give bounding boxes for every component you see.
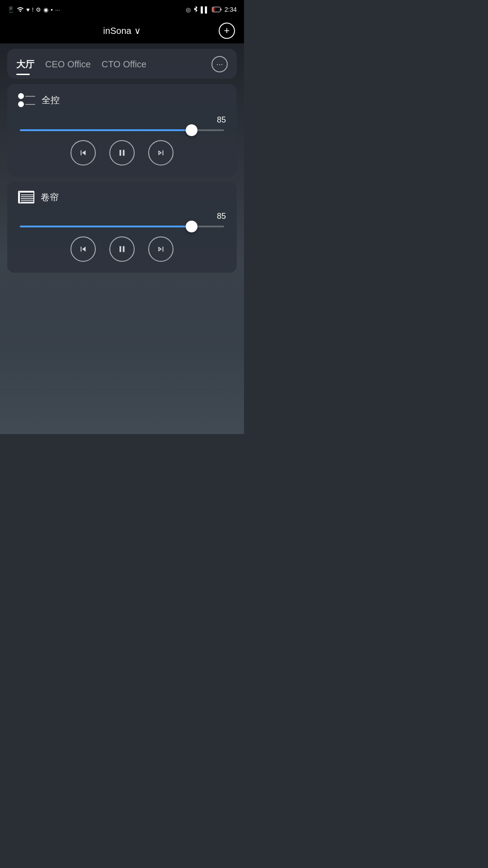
toggle-row-top: [18, 93, 35, 99]
app-icon-1: ⚙: [36, 6, 41, 13]
prev-icon: [78, 148, 88, 158]
juanlian-title: 卷帘: [41, 191, 59, 203]
quankong-slider-container: 85: [18, 115, 226, 131]
juanlian-header: 卷帘: [18, 191, 226, 203]
quankong-slider-value: 85: [18, 115, 226, 125]
quankong-pause-button[interactable]: [109, 140, 135, 165]
time-display: 2:34: [225, 6, 237, 13]
quankong-next-button[interactable]: [148, 140, 174, 165]
add-button[interactable]: +: [219, 23, 235, 39]
juanlian-slider-value: 85: [18, 212, 226, 221]
blind-icon: [18, 191, 34, 203]
pause-icon: [117, 148, 127, 158]
prev-icon-2: [78, 244, 88, 254]
pause-icon-2: [117, 244, 127, 254]
juanlian-slider-thumb[interactable]: [186, 221, 197, 232]
tab-dating[interactable]: 大厅: [16, 58, 45, 71]
status-bar: 📱 ♥ ! ⚙ ◉ ▪ ··· ◎ ▌▌ 2:34: [0, 0, 244, 18]
quankong-title: 全控: [42, 94, 60, 106]
sim-icon: 📱: [7, 6, 14, 13]
toggle-row-bottom: [18, 101, 35, 107]
notification-icon: !: [32, 6, 34, 13]
juanlian-next-button[interactable]: [148, 236, 174, 262]
juanlian-prev-button[interactable]: [70, 236, 96, 262]
tab-cto-office[interactable]: CTO Office: [102, 59, 157, 70]
quankong-header: 全控: [18, 93, 226, 107]
quankong-prev-button[interactable]: [70, 140, 96, 165]
toggle-circle-2: [18, 101, 24, 107]
juanlian-slider-fill: [20, 226, 192, 227]
bottom-background: [0, 262, 244, 434]
vibrate-icon: ▌▌: [201, 6, 209, 13]
juanlian-slider-container: 85: [18, 212, 226, 227]
status-left-icons: 📱 ♥ ! ⚙ ◉ ▪ ···: [7, 6, 60, 13]
juanlian-card: 卷帘 85: [7, 182, 237, 273]
app-icon-2: ◉: [43, 6, 48, 13]
bluetooth-icon: [193, 6, 198, 14]
quankong-slider-thumb[interactable]: [186, 124, 197, 136]
toggle-icon: [18, 93, 35, 107]
blind-svg: [19, 192, 34, 203]
juanlian-slider-track[interactable]: [20, 226, 224, 227]
quankong-slider-track[interactable]: [20, 129, 224, 131]
toggle-line-2: [25, 104, 35, 105]
toggle-line: [25, 96, 35, 97]
app-name: inSona: [103, 26, 131, 36]
battery-icon: [212, 7, 222, 12]
juanlian-pause-button[interactable]: [109, 236, 135, 262]
status-right-icons: ◎ ▌▌ 2:34: [186, 6, 237, 14]
juanlian-media-controls: [18, 236, 226, 262]
app-icon-3: ▪: [51, 6, 53, 13]
chevron-down-icon: ∨: [134, 25, 141, 36]
svg-rect-1: [212, 8, 214, 12]
next-icon-2: [156, 244, 166, 254]
next-icon: [156, 148, 166, 158]
quankong-media-controls: [18, 140, 226, 165]
tabs-card: 大厅 CEO Office CTO Office ···: [7, 49, 237, 79]
toggle-circle: [18, 93, 24, 99]
main-content: 大厅 CEO Office CTO Office ··· 全控: [0, 43, 244, 278]
health-icon: ♥: [26, 6, 30, 13]
quankong-slider-fill: [20, 129, 192, 131]
plus-icon: +: [224, 25, 230, 37]
eye-icon: ◎: [186, 6, 191, 13]
app-title-container[interactable]: inSona ∨: [103, 25, 141, 36]
quankong-card: 全控 85: [7, 84, 237, 176]
wifi-icon: [17, 6, 24, 13]
more-dots-icon: ···: [55, 6, 60, 13]
top-bar: inSona ∨ +: [0, 18, 244, 43]
tab-more-button[interactable]: ···: [211, 56, 228, 72]
tab-ceo-office[interactable]: CEO Office: [45, 59, 102, 70]
ellipsis-icon: ···: [216, 60, 223, 69]
